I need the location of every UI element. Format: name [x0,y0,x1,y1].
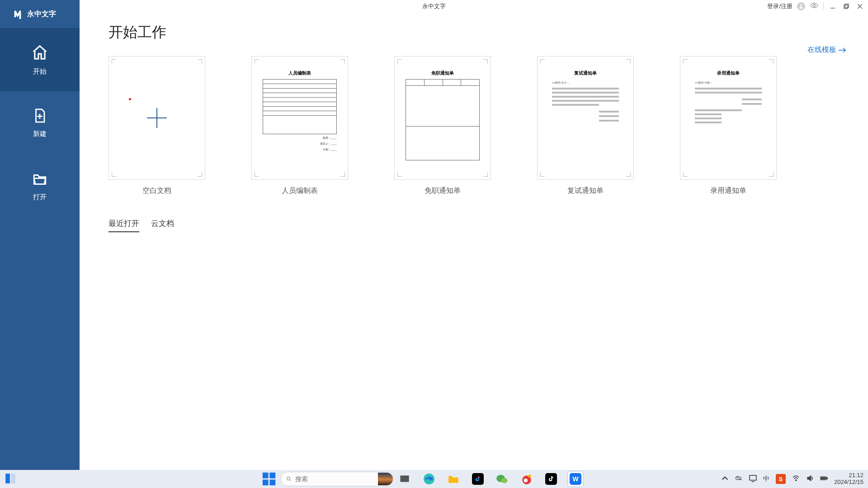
template-blank[interactable]: 空白文档 [108,56,205,196]
svg-rect-4 [845,4,849,8]
home-icon [31,44,48,61]
svg-point-16 [287,477,290,480]
svg-point-22 [501,478,508,483]
sidebar-item-new[interactable]: 新建 [0,91,80,155]
login-register-link[interactable]: 登录/注册 [767,2,793,10]
titlebar-right: 登录/注册 [767,2,864,11]
svg-line-17 [290,480,291,481]
taskview-button[interactable] [397,471,412,487]
eye-icon[interactable] [810,2,819,10]
search-graphic [378,473,393,485]
svg-rect-11 [11,474,15,483]
template-dismissal-notice[interactable]: 免职通知单 免职通知单 [394,56,491,196]
template-offer-notice[interactable]: 录用通知单 ××先生/小姐： 录用通知单 [680,56,777,196]
start-button[interactable] [261,471,277,487]
main-content: 开始工作 在线模板 空白文档 人员编制表 [80,0,868,470]
volume-icon[interactable] [806,474,814,483]
red-dot-icon [129,98,131,100]
svg-point-24 [524,479,528,483]
taskbar-center: W [261,471,583,487]
template-thumb: 录用通知单 ××先生/小姐： [680,56,777,180]
wechat-icon [496,473,509,485]
template-interview-notice[interactable]: 复试通知单 ××先生/女士： 复试通知单 [537,56,634,196]
clock-date: 2024/12/15 [834,479,863,486]
maximize-button[interactable] [842,2,851,11]
edge-button[interactable] [421,471,437,487]
svg-rect-31 [826,478,827,479]
svg-rect-27 [750,475,756,480]
search-icon [286,475,292,483]
svg-rect-32 [821,478,825,479]
template-staffing-table[interactable]: 人员编制表 核准：____ 填表人：____ 日期：____ 人员编制表 [251,56,348,196]
minimize-button[interactable] [828,2,837,11]
battery-icon[interactable] [820,474,828,483]
divider [823,3,824,9]
ime-indicator[interactable]: 中 [763,475,769,483]
new-file-icon [32,108,47,123]
avatar-icon[interactable] [797,2,805,10]
svg-point-25 [528,474,531,478]
titlebar: 永中文字 登录/注册 [0,0,868,13]
clock-time: 21:12 [834,472,863,479]
doc-preview: 人员编制表 核准：____ 填表人：____ 日期：____ [256,61,343,175]
explorer-button[interactable] [446,471,461,487]
svg-rect-3 [844,5,848,9]
yozo-writer-icon: W [570,473,581,485]
tray-chevron-up-icon[interactable] [721,474,729,483]
open-folder-icon [32,171,47,187]
wifi-icon[interactable] [792,474,800,483]
weibo-icon [521,473,533,485]
templates-row: 空白文档 人员编制表 核准：____ 填表人：__ [108,56,841,196]
template-thumb: 人员编制表 核准：____ 填表人：____ 日期：____ [251,56,348,180]
template-thumb [108,56,205,180]
tabs-row: 最近打开 云文档 [108,218,841,232]
sidebar-item-label: 新建 [33,130,47,138]
doc-preview: 免职通知单 [399,61,486,175]
template-thumb: 免职通知单 [394,56,491,180]
taskbar: W 中 S 21:12 2024/12/15 [0,470,868,488]
template-thumb: 复试通知单 ××先生/女士： [537,56,634,180]
widgets-icon [5,473,16,484]
online-templates-link[interactable]: 在线模板 [807,45,846,55]
taskview-icon [399,474,410,484]
svg-rect-13 [269,473,275,479]
svg-rect-14 [263,479,269,485]
douyin-button[interactable] [470,471,486,487]
sidebar-item-label: 打开 [33,193,47,202]
sidebar: 永中文字 开始 新建 打开 [0,0,80,470]
tiktok-button[interactable] [543,471,559,487]
tray-monitor-icon[interactable] [749,474,757,483]
svg-rect-15 [269,479,275,485]
edge-icon [423,473,435,485]
svg-point-29 [795,480,796,481]
sidebar-item-open[interactable]: 打开 [0,155,80,218]
close-button[interactable] [855,2,864,11]
yozo-writer-button[interactable]: W [568,471,583,487]
page-title: 开始工作 [108,23,841,42]
sidebar-item-start[interactable]: 开始 [0,28,80,91]
sidebar-item-label: 开始 [33,67,47,76]
taskbar-left-app[interactable] [5,473,16,486]
doc-preview: 复试通知单 ××先生/女士： [542,61,629,175]
app-window: 永中文字 登录/注册 永中文字 [0,0,868,470]
search-input[interactable] [295,475,374,483]
svg-point-0 [800,5,802,6]
folder-icon [448,473,459,485]
svg-point-1 [813,5,816,7]
template-label: 免职通知单 [425,186,461,196]
systray: 中 S 21:12 2024/12/15 [721,472,863,486]
arrow-right-icon [838,47,846,53]
taskbar-search[interactable] [280,472,393,486]
sogou-ime-icon[interactable]: S [776,474,786,484]
template-label: 复试通知单 [567,186,604,196]
doc-preview: 录用通知单 ××先生/小姐： [685,61,772,175]
wechat-button[interactable] [495,471,510,487]
template-label: 人员编制表 [282,186,318,196]
tab-cloud[interactable]: 云文档 [151,218,174,232]
svg-rect-19 [401,476,409,482]
tab-recent[interactable]: 最近打开 [108,218,139,232]
clock[interactable]: 21:12 2024/12/15 [834,472,863,486]
onedrive-icon[interactable] [735,474,743,483]
weibo-button[interactable] [519,471,534,487]
windows-icon [261,471,277,487]
